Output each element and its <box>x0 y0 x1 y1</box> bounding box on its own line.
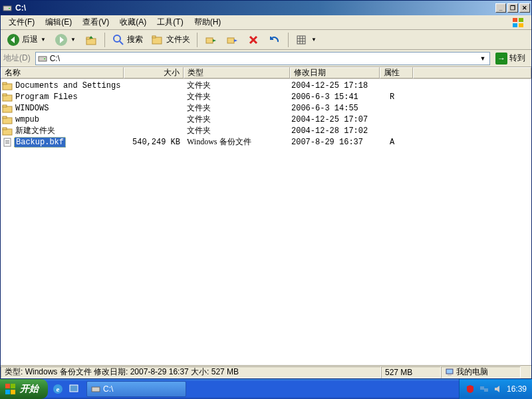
back-icon <box>7 33 20 47</box>
status-location-text: 我的电脑 <box>456 366 488 378</box>
search-icon <box>112 33 125 47</box>
menu-file[interactable]: 文件(F) <box>3 15 40 29</box>
explorer-window: C:\ _ ❐ ✕ 文件(F) 编辑(E) 查看(V) 收藏(A) 工具(T) … <box>0 0 532 379</box>
addressbar: 地址(D) C:\ ▼ → 转到 <box>1 50 531 67</box>
system-tray: 16:39 <box>459 379 532 399</box>
undo-icon <box>268 33 281 47</box>
clock[interactable]: 16:39 <box>507 384 527 394</box>
svg-rect-3 <box>519 18 523 22</box>
svg-rect-30 <box>3 116 7 118</box>
copy-to-button[interactable] <box>222 31 242 49</box>
address-label: 地址(D) <box>3 53 33 64</box>
col-attr[interactable]: 属性 <box>380 67 413 78</box>
address-dropdown-icon[interactable]: ▼ <box>477 55 488 62</box>
file-date: 2006-6-3 14:55 <box>290 104 380 113</box>
show-desktop-icon[interactable] <box>66 382 81 396</box>
file-type: 文件夹 <box>184 125 290 136</box>
svg-rect-34 <box>5 140 9 141</box>
svg-rect-24 <box>3 82 7 84</box>
titlebar: C:\ _ ❐ ✕ <box>1 1 531 15</box>
file-attr: A <box>380 138 413 147</box>
file-row[interactable]: wmpub文件夹2004-12-25 17:07 <box>1 114 531 125</box>
col-date[interactable]: 修改日期 <box>290 67 380 78</box>
up-button[interactable] <box>81 31 101 49</box>
go-label: 转到 <box>509 53 525 64</box>
task-explorer[interactable]: C:\ <box>86 381 186 397</box>
file-date: 2004-12-25 17:07 <box>290 115 380 124</box>
drive-icon <box>37 53 48 64</box>
search-label: 搜索 <box>127 34 143 45</box>
svg-rect-43 <box>480 386 484 390</box>
status-size: 527 MB <box>381 366 441 378</box>
file-type: 文件夹 <box>184 114 290 125</box>
go-button[interactable]: → 转到 <box>492 52 529 65</box>
delete-button[interactable] <box>243 31 263 49</box>
file-type: 文件夹 <box>184 91 290 102</box>
folder-icon <box>2 81 13 90</box>
folder-icon <box>2 104 13 113</box>
views-dropdown-icon[interactable]: ▼ <box>311 37 317 43</box>
svg-rect-5 <box>519 23 523 27</box>
drive-icon <box>91 385 100 393</box>
status-info: 类型: Windows 备份文件 修改日期: 2007-8-29 16:37 大… <box>1 366 381 378</box>
col-filler <box>413 67 531 78</box>
svg-rect-42 <box>92 387 100 392</box>
menu-edit[interactable]: 编辑(E) <box>40 15 77 29</box>
file-name: Program Files <box>14 92 79 102</box>
windows-flag-icon <box>509 16 529 29</box>
menu-help[interactable]: 帮助(H) <box>189 15 227 29</box>
menu-tools[interactable]: 工具(T) <box>152 15 188 29</box>
svg-rect-44 <box>484 388 488 392</box>
statusbar: 类型: Windows 备份文件 修改日期: 2007-8-29 16:37 大… <box>1 365 531 378</box>
drive-icon <box>2 3 13 13</box>
menu-favorites[interactable]: 收藏(A) <box>114 15 152 29</box>
svg-rect-36 <box>5 143 9 144</box>
file-row[interactable]: WINDOWS文件夹2006-6-3 14:55 <box>1 102 531 114</box>
file-name: 新建文件夹 <box>14 125 57 136</box>
security-icon[interactable] <box>465 384 475 394</box>
forward-button[interactable]: ▼ <box>51 31 80 49</box>
file-row[interactable]: Backup.bkf540,249 KBWindows 备份文件2007-8-2… <box>1 136 531 148</box>
file-list: 名称 大小 类型 修改日期 属性 Documents and Settings文… <box>1 67 531 365</box>
separator <box>197 33 198 47</box>
maximize-button[interactable]: ❐ <box>507 3 518 13</box>
menu-view[interactable]: 查看(V) <box>77 15 114 29</box>
undo-button[interactable] <box>265 31 285 49</box>
svg-rect-38 <box>448 374 452 376</box>
file-type: 文件夹 <box>184 102 290 114</box>
windows-logo-icon <box>5 384 17 394</box>
move-to-button[interactable] <box>201 31 221 49</box>
folders-button[interactable]: 文件夹 <box>148 31 194 49</box>
network-icon[interactable] <box>479 384 489 394</box>
file-row[interactable]: 新建文件夹文件夹2004-12-28 17:02 <box>1 125 531 136</box>
col-size[interactable]: 大小 <box>124 67 184 78</box>
svg-rect-4 <box>513 23 517 27</box>
file-date: 2004-12-25 17:18 <box>290 81 380 90</box>
file-size: 540,249 KB <box>124 138 184 147</box>
svg-rect-1 <box>9 8 10 9</box>
search-button[interactable]: 搜索 <box>108 31 146 49</box>
ie-icon[interactable]: e <box>51 382 65 396</box>
col-type[interactable]: 类型 <box>184 67 290 78</box>
file-row[interactable]: Program Files文件夹2006-6-3 15:41R <box>1 91 531 102</box>
minimize-button[interactable]: _ <box>495 3 506 13</box>
up-folder-icon <box>84 33 98 47</box>
back-dropdown-icon[interactable]: ▼ <box>40 37 47 43</box>
folders-icon <box>151 33 164 47</box>
start-button[interactable]: 开始 <box>0 379 48 399</box>
col-name[interactable]: 名称 <box>1 67 124 78</box>
file-date: 2007-8-29 16:37 <box>290 138 380 147</box>
file-list-body[interactable]: Documents and Settings文件夹2004-12-25 17:1… <box>1 79 531 365</box>
forward-dropdown-icon[interactable]: ▼ <box>70 37 76 43</box>
back-button[interactable]: 后退 ▼ <box>3 31 50 49</box>
svg-rect-16 <box>297 36 305 44</box>
folder-icon <box>2 92 13 102</box>
start-label: 开始 <box>20 383 39 395</box>
close-button[interactable]: ✕ <box>519 3 530 13</box>
volume-icon[interactable] <box>493 384 503 394</box>
views-button[interactable]: ▼ <box>292 31 321 49</box>
address-input[interactable]: C:\ ▼ <box>35 52 490 65</box>
status-location: 我的电脑 <box>441 366 521 378</box>
svg-rect-0 <box>3 6 11 11</box>
file-row[interactable]: Documents and Settings文件夹2004-12-25 17:1… <box>1 80 531 91</box>
